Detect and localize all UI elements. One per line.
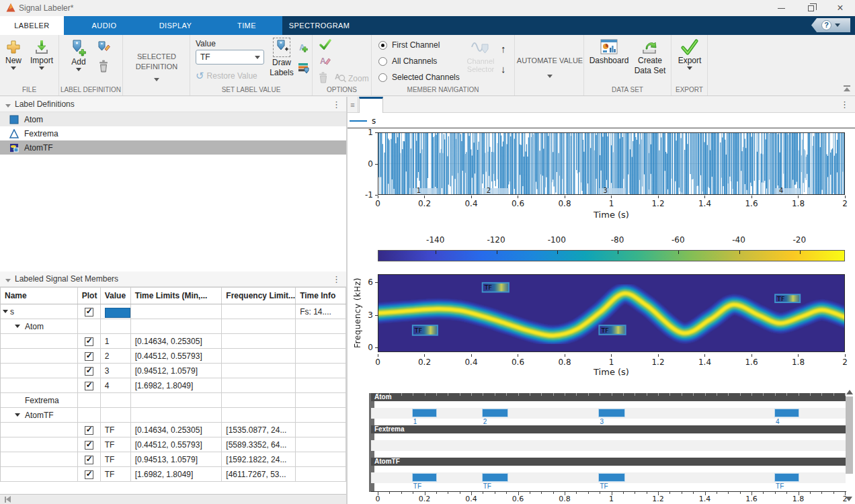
scroll-thumb[interactable]	[846, 396, 853, 474]
restore-button[interactable]	[796, 0, 825, 16]
table-row[interactable]: TF[0.44512, 0.55793][5589.3352, 64...	[1, 437, 346, 452]
expand-caret-icon[interactable]	[15, 413, 20, 417]
plot-checkbox[interactable]	[85, 352, 93, 361]
table-row[interactable]: 2[0.44512, 0.55793]	[1, 349, 346, 364]
minimize-button[interactable]	[766, 0, 796, 16]
add-sublabel-button[interactable]: A	[298, 42, 310, 56]
tab-spectrogram[interactable]: SPECTROGRAM	[286, 16, 353, 35]
table-row[interactable]: 3[0.94512, 1.0579]	[1, 364, 346, 378]
band-header-atomtf[interactable]: AtomTF	[371, 458, 846, 466]
spectrogram-plot[interactable]: TFTFTFTF	[378, 274, 845, 352]
tf-label-box[interactable]: TF	[775, 294, 800, 302]
column-header[interactable]: Frequency Limit...	[222, 288, 296, 304]
table-row[interactable]: TF[0.94513, 1.0579][1592.1822, 24...	[1, 452, 346, 467]
value-combobox[interactable]: TF	[196, 50, 264, 65]
label-definitions-menu-button[interactable]: ⋮	[332, 99, 341, 110]
label-instance-rect[interactable]	[412, 473, 437, 482]
label-definition-fextrema[interactable]: Fextrema	[0, 126, 346, 140]
dashboard-button[interactable]: Dashboard	[588, 39, 630, 65]
selected-definition-dropdown[interactable]: SELECTED DEFINITION	[130, 52, 184, 81]
tab-time[interactable]: TIME	[216, 16, 277, 35]
band-header-fextrema[interactable]: Fextrema	[371, 425, 846, 433]
column-header[interactable]: Plot	[78, 288, 101, 304]
label-instance-rect[interactable]	[774, 409, 799, 417]
table-row[interactable]: TF[1.6982, 1.8049][4611.7267, 53...	[1, 467, 346, 482]
label-definitions-title: Label Definitions	[15, 99, 75, 109]
plot-checkbox[interactable]	[85, 426, 93, 435]
create-data-set-button[interactable]: Create Data Set	[631, 39, 669, 75]
tab-labeler[interactable]: LABELER	[0, 16, 64, 35]
plot-checkbox[interactable]	[85, 367, 93, 376]
bands-scrollbar[interactable]	[845, 388, 854, 504]
accept-button[interactable]	[319, 39, 331, 52]
collapse-icon[interactable]	[5, 104, 11, 108]
radio-first-channel[interactable]: First Channel	[378, 40, 440, 50]
column-header[interactable]: Name	[1, 288, 78, 304]
collapse-ribbon-button[interactable]	[843, 85, 851, 91]
plot-panel-menu-button[interactable]: ⋮	[840, 99, 849, 110]
label-definition-atomtf[interactable]: AtomTF	[0, 140, 346, 155]
label-instance-rect[interactable]	[482, 409, 508, 417]
import-button[interactable]: Import	[27, 39, 56, 70]
signal-plot[interactable]: 1234	[378, 132, 845, 195]
column-header[interactable]: Time Limits (Min,...	[131, 288, 222, 304]
expand-caret-icon[interactable]	[3, 310, 8, 313]
next-member-button[interactable]: ↓	[501, 63, 506, 75]
radio-all-channels[interactable]: All Channels	[378, 56, 437, 66]
plot-checkbox[interactable]	[85, 337, 93, 346]
plot-checkbox[interactable]	[85, 308, 93, 317]
draw-labels-button[interactable]: Draw Labels	[267, 38, 296, 77]
label-viewer-button[interactable]	[298, 62, 310, 76]
label-instance-rect[interactable]	[598, 409, 624, 417]
delete-label-definition-button[interactable]	[97, 59, 110, 75]
help-button[interactable]: ?	[811, 18, 850, 32]
radio-selected-channels[interactable]: Selected Channels	[378, 73, 460, 82]
column-header[interactable]: Time Info	[296, 288, 346, 304]
plot-checkbox[interactable]	[85, 382, 93, 390]
table-row[interactable]: Fextrema	[1, 393, 346, 408]
restore-value-button[interactable]: ↺ Restore Value	[196, 70, 257, 82]
radio-label: Selected Channels	[392, 73, 460, 82]
label-definition-atom[interactable]: Atom	[0, 112, 346, 126]
label-instance-rect[interactable]	[412, 409, 437, 417]
edit-label-definition-button[interactable]	[97, 40, 112, 56]
delete-label-button[interactable]	[318, 71, 329, 85]
signal-labeler-window: Signal Labeler* × LABELER AUDIO DISPLAY …	[0, 0, 855, 504]
tab-audio[interactable]: AUDIO	[74, 16, 134, 35]
horizontal-scrollbar[interactable]	[0, 494, 346, 504]
export-button[interactable]: Export	[676, 39, 703, 70]
label-instance-rect[interactable]	[774, 473, 799, 482]
label-instance-rect[interactable]	[598, 473, 624, 482]
table-row[interactable]: AtomTF	[1, 408, 346, 423]
new-button[interactable]: New	[1, 39, 26, 70]
signal-plot-tab[interactable]	[359, 97, 383, 113]
tf-label-box[interactable]: TF	[483, 283, 509, 292]
plot-list-button[interactable]: ≡	[348, 97, 358, 113]
separator	[348, 128, 855, 128]
plot-checkbox[interactable]	[85, 456, 93, 464]
collapse-icon[interactable]	[5, 279, 11, 282]
add-label-definition-button[interactable]: Add	[66, 39, 91, 71]
close-button[interactable]: ×	[825, 0, 855, 16]
expand-caret-icon[interactable]	[15, 325, 20, 328]
chevron-down-icon	[835, 24, 840, 27]
label-instance-text: TF	[413, 482, 421, 490]
tab-display[interactable]: DISPLAY	[145, 16, 206, 35]
edit-label-button[interactable]: A	[319, 55, 331, 68]
table-row[interactable]: Atom	[1, 319, 346, 334]
channel-selector-button[interactable]: ChannelSelector	[462, 38, 499, 73]
previous-member-button[interactable]: ↑	[501, 43, 506, 54]
members-menu-button[interactable]: ⋮	[332, 274, 341, 284]
column-header[interactable]: Value	[101, 288, 131, 304]
zoom-label[interactable]: Zoom	[348, 74, 369, 83]
plot-checkbox[interactable]	[85, 441, 93, 450]
table-row[interactable]: 4[1.6982, 1.8049]	[1, 378, 346, 393]
table-row[interactable]: TF[0.14634, 0.25305][1535.0877, 24...	[1, 423, 346, 437]
table-row[interactable]: 1[0.14634, 0.25305]	[1, 334, 346, 349]
label-instance-rect[interactable]	[482, 473, 508, 482]
table-row[interactable]: sFs: 14....	[1, 304, 346, 319]
automate-value-dropdown[interactable]: AUTOMATE VALUE	[519, 56, 581, 78]
tf-label-box[interactable]: TF	[599, 325, 625, 335]
tf-label-box[interactable]: TF	[413, 325, 438, 335]
plot-checkbox[interactable]	[85, 470, 93, 479]
